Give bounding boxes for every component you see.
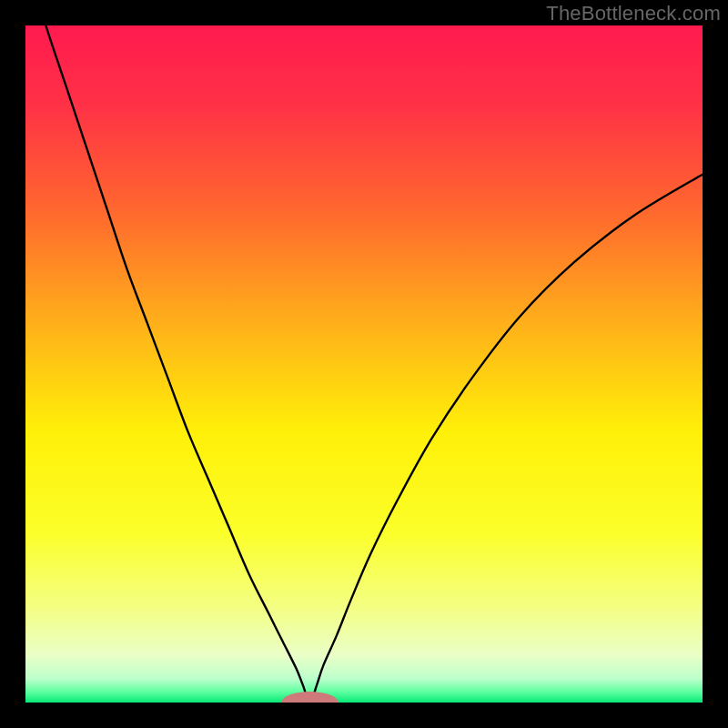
chart-root: TheBottleneck.com	[0, 0, 728, 728]
plot-area	[25, 25, 703, 703]
watermark-text: TheBottleneck.com	[546, 2, 721, 25]
gradient-background	[25, 25, 703, 703]
chart-svg	[25, 25, 703, 703]
